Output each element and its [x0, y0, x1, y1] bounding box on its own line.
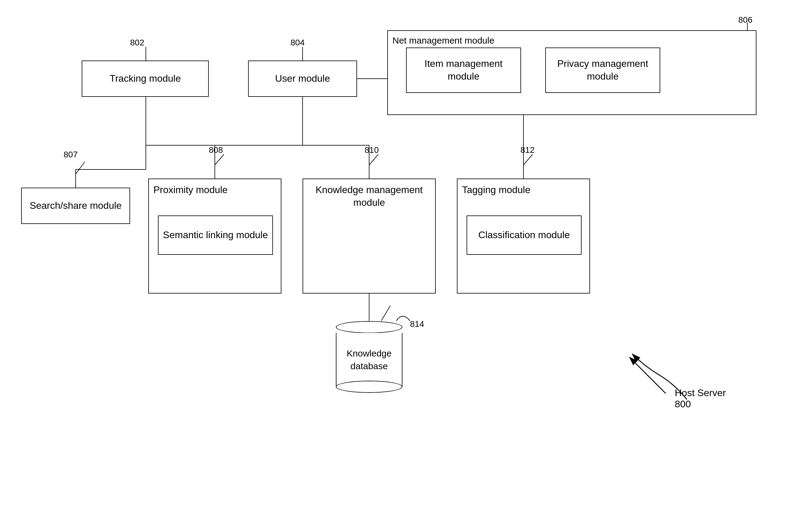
- svg-line-14: [381, 306, 390, 321]
- semantic-linking-module-box: Semantic linking module: [158, 215, 273, 255]
- cyl-top: [336, 321, 402, 333]
- ref-807: 807: [64, 150, 78, 159]
- net-management-module-box: Net management module Item management mo…: [387, 30, 757, 115]
- classification-module-box: Classification module: [467, 215, 581, 255]
- svg-line-18: [524, 154, 533, 165]
- tagging-module-label: Tagging module: [462, 184, 530, 196]
- proximity-module-label: Proximity module: [153, 184, 228, 196]
- cyl-bottom: [336, 381, 402, 393]
- knowledge-management-module-box: Knowledge management module: [303, 178, 436, 294]
- host-server-text: Host Server800: [675, 387, 726, 409]
- semantic-linking-module-label: Semantic linking module: [163, 229, 268, 241]
- classification-module-label: Classification module: [478, 229, 570, 241]
- ref-808: 808: [209, 145, 223, 155]
- user-module-label: User module: [275, 72, 330, 85]
- search-share-module-box: Search/share module: [21, 188, 130, 224]
- tagging-module-box: Tagging module Classification module: [457, 178, 590, 294]
- knowledge-management-module-label: Knowledge management module: [308, 184, 430, 209]
- ref-814: 814: [410, 319, 424, 329]
- privacy-management-module-box: Privacy management module: [545, 47, 660, 93]
- proximity-module-box: Proximity module Semantic linking module: [148, 178, 281, 294]
- svg-line-15: [76, 162, 85, 174]
- ref-802: 802: [130, 38, 144, 47]
- knowledge-database: Knowledgedatabase: [336, 321, 402, 387]
- item-management-module-label: Item management module: [410, 58, 517, 83]
- knowledge-database-label: Knowledgedatabase: [347, 347, 391, 373]
- knowledge-database-cylinder: Knowledgedatabase: [336, 321, 402, 387]
- ref-806: 806: [738, 15, 752, 25]
- item-management-module-box: Item management module: [406, 47, 521, 93]
- svg-line-17: [369, 154, 378, 165]
- user-module-box: User module: [248, 61, 357, 97]
- host-server-label: Host Server800: [675, 387, 726, 410]
- ref-810: 810: [365, 145, 379, 155]
- privacy-management-module-label: Privacy management module: [549, 58, 657, 83]
- net-management-module-label: Net management module: [392, 36, 494, 46]
- tracking-module-box: Tracking module: [82, 61, 209, 97]
- ref-804: 804: [291, 38, 305, 47]
- diagram: 802 804 806 807 808 810 812 Tracking mod…: [0, 0, 787, 532]
- cyl-body: Knowledgedatabase: [336, 333, 402, 387]
- tracking-module-label: Tracking module: [109, 72, 180, 85]
- ref-812: 812: [520, 145, 535, 155]
- search-share-module-label: Search/share module: [30, 199, 122, 212]
- svg-line-16: [215, 154, 224, 165]
